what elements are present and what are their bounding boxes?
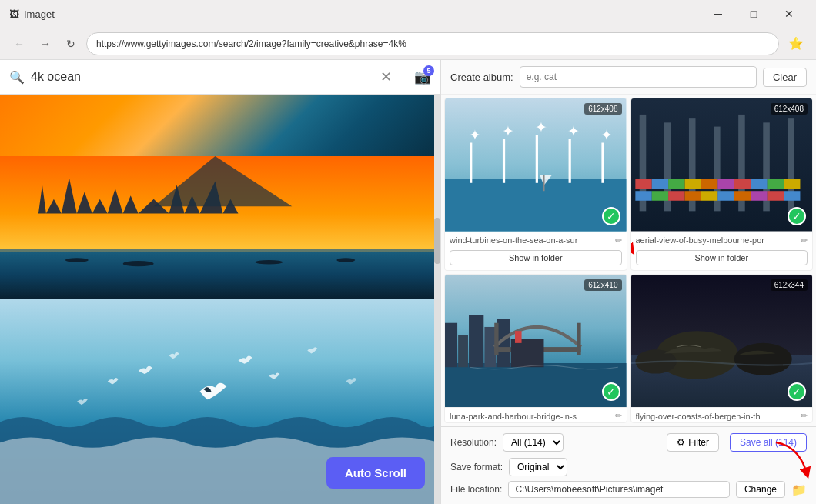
url-input[interactable] <box>86 32 779 55</box>
search-input[interactable] <box>31 70 374 84</box>
svg-point-7 <box>336 258 355 262</box>
image-check-4: ✓ <box>788 382 806 401</box>
svg-rect-57 <box>484 326 496 366</box>
address-bar: ← → ↻ ⭐ <box>0 28 816 60</box>
svg-rect-55 <box>458 335 468 367</box>
folder-icon-button[interactable]: 📁 <box>791 482 807 497</box>
change-button[interactable]: Change <box>736 481 785 498</box>
svg-point-67 <box>734 342 791 375</box>
resolution-row: Resolution: All (114) ⚙ Filter Save all … <box>450 433 807 452</box>
edit-icon-4[interactable]: ✏ <box>801 411 808 421</box>
file-location-input[interactable] <box>508 481 730 498</box>
svg-rect-48 <box>734 191 750 201</box>
svg-rect-63 <box>515 331 522 343</box>
forward-button[interactable]: → <box>35 35 55 53</box>
back-button[interactable]: ← <box>9 35 29 53</box>
svg-rect-34 <box>668 179 684 189</box>
top-image <box>0 95 440 299</box>
svg-rect-23 <box>543 175 544 191</box>
app-icon: 🖼 <box>9 8 19 20</box>
resolution-label: Resolution: <box>450 437 497 448</box>
save-format-label: Save format: <box>450 462 503 472</box>
image-info-2: aerial-view-of-busy-melbourne-por ✏ <box>631 232 813 247</box>
album-label: Create album: <box>450 72 513 83</box>
image-info-4: flying-over-coasts-of-bergen-in-th ✏ <box>631 407 813 422</box>
close-button[interactable]: ✕ <box>771 2 807 26</box>
auto-scroll-button[interactable]: Auto Scroll <box>326 457 425 489</box>
image-card-harbour-bridge: 612x410 ✓ luna-park-and-harbour-bridge-i… <box>444 274 627 424</box>
show-folder-row-1: Show in folder <box>445 247 627 270</box>
image-info-3: luna-park-and-harbour-bridge-in-s ✏ <box>445 407 627 422</box>
album-input[interactable] <box>520 66 757 88</box>
image-card-bergen: 612x344 ✓ flying-over-coasts-of-bergen-i… <box>630 274 814 424</box>
maximize-button[interactable]: □ <box>736 2 771 26</box>
svg-rect-12 <box>470 143 472 183</box>
bookmark-icon: ⭐ <box>788 37 804 50</box>
image-area: Auto Scroll <box>0 95 440 504</box>
image-check-3: ✓ <box>602 382 620 401</box>
svg-rect-33 <box>651 179 667 189</box>
minimize-button[interactable]: ─ <box>701 2 736 26</box>
svg-rect-36 <box>701 179 717 189</box>
app-logo: 🖼 Imaget <box>9 8 55 20</box>
svg-rect-14 <box>503 139 505 183</box>
svg-rect-45 <box>684 191 701 201</box>
image-card-melbourne-port: 612x408 ✓ aerial-view-of-busy-melbourne-… <box>630 98 814 271</box>
svg-rect-38 <box>734 179 750 189</box>
svg-rect-41 <box>784 179 800 189</box>
svg-rect-16 <box>536 135 538 183</box>
search-divider <box>403 66 403 88</box>
search-icon: 🔍 <box>9 70 25 85</box>
image-dimensions-1: 612x408 <box>584 103 621 115</box>
image-check-2: ✓ <box>788 207 806 225</box>
filter-button[interactable]: ⚙ Filter <box>667 433 719 452</box>
app-title: Imaget <box>24 8 55 20</box>
scrollbar[interactable] <box>434 95 440 504</box>
clear-button[interactable]: Clear <box>763 68 807 87</box>
svg-rect-61 <box>577 322 580 355</box>
search-bar: 🔍 ✕ 📷 5 <box>0 60 440 95</box>
svg-text:✦: ✦ <box>600 128 613 144</box>
show-folder-button-1[interactable]: Show in folder <box>450 250 622 265</box>
maximize-icon: □ <box>751 8 757 20</box>
file-location-row: File location: Change 📁 <box>450 481 807 498</box>
svg-rect-56 <box>469 315 483 367</box>
filter-label: Filter <box>688 437 709 448</box>
svg-rect-37 <box>717 179 734 189</box>
edit-icon-3[interactable]: ✏ <box>615 411 622 421</box>
svg-rect-32 <box>635 179 651 189</box>
resolution-select[interactable]: All (114) <box>503 433 564 452</box>
forward-icon: → <box>40 38 51 50</box>
svg-point-5 <box>123 261 154 266</box>
svg-rect-54 <box>445 322 457 367</box>
left-panel: 🔍 ✕ 📷 5 <box>0 60 441 504</box>
image-name-3: luna-park-and-harbour-bridge-in-s <box>450 412 612 421</box>
svg-rect-40 <box>767 179 783 189</box>
image-name-4: flying-over-coasts-of-bergen-in-th <box>636 412 798 421</box>
image-search-button[interactable]: 📷 5 <box>414 68 431 85</box>
edit-icon-1[interactable]: ✏ <box>615 235 622 245</box>
svg-rect-51 <box>784 191 800 201</box>
format-row: Save format: Original JPG PNG WebP <box>450 458 807 476</box>
file-location-label: File location: <box>450 484 502 495</box>
show-folder-row-2: Show in folder <box>631 247 813 270</box>
svg-text:✦: ✦ <box>502 123 514 139</box>
svg-rect-43 <box>651 191 667 201</box>
edit-icon-2[interactable]: ✏ <box>801 235 808 245</box>
save-all-button[interactable]: Save all (114) <box>730 433 807 452</box>
refresh-button[interactable]: ↻ <box>62 35 80 53</box>
back-icon: ← <box>14 38 25 50</box>
bookmark-button[interactable]: ⭐ <box>785 35 807 52</box>
image-dimensions-4: 612x344 <box>771 279 808 291</box>
svg-rect-39 <box>751 179 767 189</box>
svg-rect-62 <box>511 339 544 367</box>
search-clear-button[interactable]: ✕ <box>380 68 392 85</box>
format-select[interactable]: Original JPG PNG WebP <box>509 458 567 476</box>
show-folder-button-2[interactable]: Show in folder <box>636 250 808 265</box>
scroll-thumb[interactable] <box>434 218 440 264</box>
svg-rect-18 <box>569 139 571 183</box>
svg-rect-50 <box>767 191 783 201</box>
svg-rect-49 <box>751 191 767 201</box>
image-thumb-bergen: 612x344 ✓ <box>631 275 813 408</box>
window-controls: ─ □ ✕ <box>701 2 807 26</box>
